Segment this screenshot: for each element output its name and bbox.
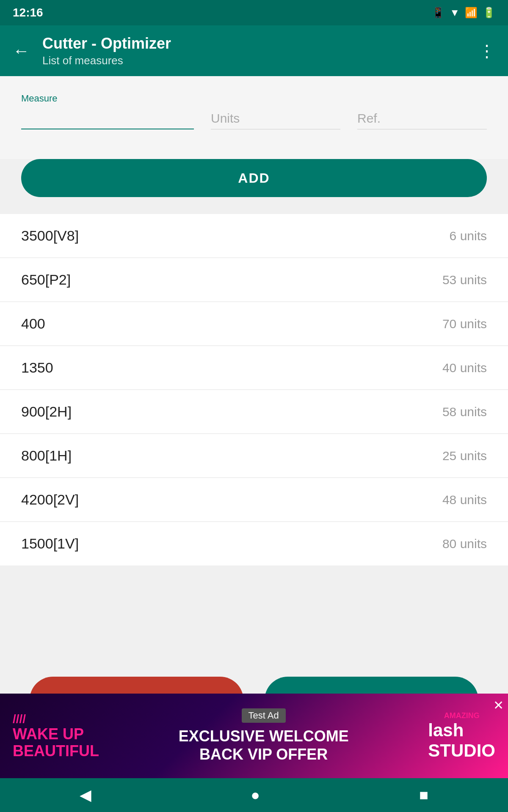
item-name: 800[1H] [21, 447, 72, 464]
list-item[interactable]: 800[1H]25 units [0, 434, 508, 478]
app-bar-title-group: Cutter - Optimizer List of measures [42, 35, 466, 67]
item-name: 900[2H] [21, 403, 72, 420]
list-item[interactable]: 4200[2V]48 units [0, 478, 508, 522]
ad-close-button[interactable]: ✕ [493, 698, 504, 713]
app-subtitle: List of measures [42, 54, 466, 67]
app-title: Cutter - Optimizer [42, 35, 466, 52]
ad-brand: AMAZING [444, 711, 480, 720]
item-units: 80 units [442, 537, 487, 551]
measure-label: Measure [21, 93, 194, 104]
list-item[interactable]: 650[P2]53 units [0, 258, 508, 302]
item-name: 400 [21, 315, 45, 332]
item-units: 40 units [442, 361, 487, 375]
status-icons: 📱 ▼ 📶 🔋 [432, 7, 495, 19]
ad-center: Test Ad EXCLUSIVE WELCOME BACK VIP OFFER [112, 708, 415, 763]
list-item[interactable]: 3500[V8]6 units [0, 214, 508, 258]
menu-button[interactable]: ⋮ [478, 41, 495, 60]
input-row: Measure [21, 93, 487, 129]
add-button[interactable]: ADD [21, 159, 487, 197]
item-name: 650[P2] [21, 272, 71, 288]
nav-back-icon[interactable]: ◀ [80, 786, 91, 804]
list-item[interactable]: 1500[1V]80 units [0, 522, 508, 565]
item-name: 1350 [21, 359, 53, 376]
nav-home-icon[interactable]: ● [251, 786, 260, 804]
ad-stripes: //// [13, 712, 99, 726]
nav-recent-icon[interactable]: ■ [419, 786, 428, 804]
item-units: 25 units [442, 449, 487, 463]
ad-headline: EXCLUSIVE WELCOME BACK VIP OFFER [179, 727, 349, 763]
ad-test-badge: Test Ad [242, 708, 286, 723]
ad-banner: //// WAKE UP BEAUTIFUL Test Ad EXCLUSIVE… [0, 694, 508, 778]
measures-list: 3500[V8]6 units650[P2]53 units40070 unit… [0, 214, 508, 565]
item-units: 48 units [442, 493, 487, 507]
units-input[interactable] [211, 108, 340, 129]
item-units: 53 units [442, 273, 487, 287]
item-name: 3500[V8] [21, 228, 79, 244]
list-item[interactable]: 900[2H]58 units [0, 390, 508, 434]
status-bar: 12:16 📱 ▼ 📶 🔋 [0, 0, 508, 25]
measure-input[interactable] [21, 107, 194, 129]
list-item[interactable]: 135040 units [0, 346, 508, 390]
wifi-icon: ▼ [450, 7, 460, 19]
ad-right: AMAZING lash STUDIO [415, 703, 508, 769]
item-units: 70 units [442, 317, 487, 331]
item-name: 1500[1V] [21, 535, 79, 552]
battery-icon: 🔋 [483, 7, 495, 19]
ref-input[interactable] [357, 108, 487, 129]
ad-text-left: WAKE UP BEAUTIFUL [13, 726, 99, 759]
nav-bar: ◀ ● ■ [0, 778, 508, 812]
item-units: 6 units [450, 229, 487, 243]
ad-left: //// WAKE UP BEAUTIFUL [0, 704, 112, 768]
add-btn-container: ADD [0, 159, 508, 214]
back-button[interactable]: ← [13, 41, 30, 60]
app-bar: ← Cutter - Optimizer List of measures ⋮ [0, 25, 508, 76]
main-content: Measure [0, 76, 508, 159]
sim-icon: 📱 [432, 7, 444, 19]
list-item[interactable]: 40070 units [0, 302, 508, 346]
status-time: 12:16 [13, 6, 43, 19]
item-units: 58 units [442, 405, 487, 419]
units-field-group [211, 108, 340, 129]
item-name: 4200[2V] [21, 491, 79, 508]
measure-field-group: Measure [21, 93, 194, 129]
ad-brand-name: lash STUDIO [428, 720, 495, 761]
ref-field-group [357, 108, 487, 129]
signal-icon: 📶 [465, 7, 478, 19]
